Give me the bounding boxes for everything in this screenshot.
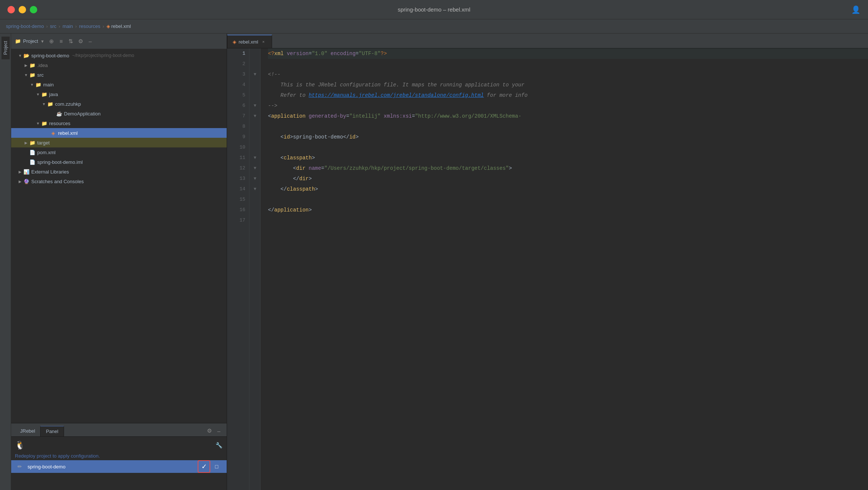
line-num-12: 12 xyxy=(227,163,245,174)
folder-idea-icon: 📁 xyxy=(29,62,36,69)
editor-tabs: ◈ rebel.xml × xyxy=(227,34,868,48)
minimize-button[interactable] xyxy=(19,6,26,13)
folder-com-icon: 📁 xyxy=(47,101,54,107)
main-layout: Project 📁 Project ▼ ⊕ ≡ ⇅ ⚙ – ▼ xyxy=(0,34,868,490)
breadcrumb-project[interactable]: spring-boot-demo xyxy=(6,23,44,29)
fold-13-icon[interactable]: ▼ xyxy=(253,174,256,184)
breadcrumb-resources[interactable]: resources xyxy=(79,23,100,29)
app-gen-val: "intellij" xyxy=(349,111,380,121)
dropdown-arrow-icon[interactable]: ▼ xyxy=(40,39,44,44)
expand-arrow-res-icon[interactable]: ▼ xyxy=(35,120,41,126)
side-tab-strip: Project xyxy=(0,34,11,490)
gutter-16 xyxy=(249,205,261,215)
project-toolbar-actions: ⊕ ≡ ⇅ ⚙ – xyxy=(47,37,94,45)
tree-label-pom-xml: pom.xml xyxy=(37,150,55,155)
tree-item-ext-libraries[interactable]: ▶ 📊 External Libraries xyxy=(11,167,227,176)
expand-arrow-ext-icon[interactable]: ▶ xyxy=(17,169,23,175)
project-icon: 📂 xyxy=(23,52,30,59)
user-icon[interactable]: 👤 xyxy=(851,5,861,14)
jrebel-panel: JRebel Panel ⚙ – 🐧 🔧 Redeploy project to… xyxy=(11,423,227,490)
tree-item-target[interactable]: ▶ 📁 target xyxy=(11,138,227,147)
expand-arrow-idea-icon[interactable]: ▶ xyxy=(23,62,29,68)
app-tag: application xyxy=(271,111,305,121)
code-line-4: This is the JRebel configuration file. I… xyxy=(268,80,868,90)
jrebel-check-button[interactable]: ✓ xyxy=(198,460,210,473)
tree-item-com-zzuhkp[interactable]: ▼ 📁 com.zzuhkp xyxy=(11,99,227,109)
jrebel-tabs-left: JRebel Panel xyxy=(15,426,64,436)
xml-pi-enc-val: "UTF-8" xyxy=(359,48,381,59)
breadcrumb-src[interactable]: src xyxy=(50,23,56,29)
settings-icon[interactable]: ⚙ xyxy=(76,37,84,45)
xml-pi-tag: xml xyxy=(274,48,284,59)
code-line-11: <classpath> xyxy=(268,153,868,163)
expand-arrow-icon[interactable]: ▼ xyxy=(17,52,23,58)
tab-panel[interactable]: Panel xyxy=(40,426,64,436)
classpath-close-pad: </ xyxy=(268,184,287,194)
gutter-6: ▼ xyxy=(249,101,261,111)
tree-item-rebel-xml[interactable]: ▶ ◈ rebel.xml xyxy=(11,128,227,138)
fold-7-icon[interactable]: ▼ xyxy=(253,111,256,121)
tab-label-rebel-xml: rebel.xml xyxy=(239,39,258,45)
expand-arrow-java-icon[interactable]: ▼ xyxy=(35,91,41,97)
dir-close: > xyxy=(509,163,512,174)
collapse-all-icon[interactable]: ≡ xyxy=(57,37,65,45)
expand-arrow-com-icon[interactable]: ▼ xyxy=(41,101,47,107)
tree-item-iml[interactable]: ▶ 📄 spring-boot-demo.iml xyxy=(11,157,227,167)
fold-14-icon[interactable]: ▼ xyxy=(253,184,256,194)
tree-item-demo-application[interactable]: ▶ ☕ DemoApplication xyxy=(11,109,227,118)
comment-link[interactable]: https://manuals.jrebel.com/jrebel/standa… xyxy=(309,90,484,101)
fold-11-icon[interactable]: ▼ xyxy=(253,153,256,163)
breadcrumb-file: rebel.xml xyxy=(111,23,131,29)
xml-pi-enc-attr: encoding xyxy=(328,48,356,59)
breadcrumb-file-xml-icon: ◈ xyxy=(106,23,110,29)
expand-arrow-target-icon[interactable]: ▶ xyxy=(23,140,29,146)
dir-name-val: "/Users/zzuhkp/hkp/project/spring-boot-d… xyxy=(324,163,509,174)
tree-item-java[interactable]: ▼ 📁 java xyxy=(11,89,227,99)
tree-item-resources[interactable]: ▼ 📁 resources xyxy=(11,118,227,128)
code-editor[interactable]: 1 2 3 4 5 6 7 8 9 10 11 12 13 14 15 16 1… xyxy=(227,48,868,490)
hide-icon[interactable]: – xyxy=(86,37,94,45)
fold-6-icon[interactable]: ▼ xyxy=(253,101,256,111)
expand-arrow-src-icon[interactable]: ▼ xyxy=(23,72,29,78)
jrebel-icon: 🐧 xyxy=(15,440,25,450)
comment-open: <!-- xyxy=(268,69,281,80)
comment-line4: This is the JRebel configuration file. I… xyxy=(268,80,524,90)
tree-item-scratches[interactable]: ▶ 🔮 Scratches and Consoles xyxy=(11,176,227,186)
breadcrumb-main[interactable]: main xyxy=(63,23,73,29)
expand-arrow-scratches-icon[interactable]: ▶ xyxy=(17,178,23,184)
sort-icon[interactable]: ⇅ xyxy=(67,37,75,45)
jrebel-wrench-icon[interactable]: 🔧 xyxy=(215,441,223,449)
id-tag-close: id xyxy=(349,132,355,142)
tab-jrebel[interactable]: JRebel xyxy=(15,426,40,436)
jrebel-hide-icon[interactable]: – xyxy=(215,427,223,435)
tree-item-src[interactable]: ▼ 📁 src xyxy=(11,70,227,80)
code-content[interactable]: <?xml version="1.0" encoding="UTF-8"?> <… xyxy=(261,48,868,490)
jrebel-row-label: spring-boot-demo xyxy=(28,464,195,470)
line-num-3: 3 xyxy=(227,69,245,80)
window-controls[interactable] xyxy=(7,6,37,13)
jrebel-settings-icon[interactable]: ⚙ xyxy=(205,427,213,435)
gutter: ▼ ▼ ▼ ▼ ▼ ▼ xyxy=(249,48,261,490)
tree-item-idea[interactable]: ▶ 📁 .idea xyxy=(11,60,227,70)
fold-3-icon[interactable]: ▼ xyxy=(253,69,256,80)
tree-label-resources: resources xyxy=(49,121,70,126)
jrebel-edit-button[interactable]: ✏ xyxy=(15,462,25,471)
tree-item-spring-boot-demo[interactable]: ▼ 📂 spring-boot-demo ~/hkp/project/sprin… xyxy=(11,51,227,60)
tree-item-pom-xml[interactable]: ▶ 📄 pom.xml xyxy=(11,147,227,157)
fold-12-icon[interactable]: ▼ xyxy=(253,163,256,174)
tab-close-rebel-xml[interactable]: × xyxy=(261,39,267,45)
project-toolbar: 📁 Project ▼ ⊕ ≡ ⇅ ⚙ – xyxy=(11,34,227,49)
expand-arrow-main-icon[interactable]: ▼ xyxy=(29,82,35,88)
maximize-button[interactable] xyxy=(30,6,37,13)
close-button[interactable] xyxy=(7,6,15,13)
editor-tab-rebel-xml[interactable]: ◈ rebel.xml × xyxy=(227,35,272,48)
sidebar-item-project[interactable]: Project xyxy=(1,36,10,59)
tree-item-main[interactable]: ▼ 📁 main xyxy=(11,80,227,89)
line-num-14: 14 xyxy=(227,184,245,194)
comment-close: --> xyxy=(268,101,277,111)
code-line-8 xyxy=(268,121,868,132)
file-tree[interactable]: ▼ 📂 spring-boot-demo ~/hkp/project/sprin… xyxy=(11,49,227,423)
app-xmlns-attr: xmlns:xsi xyxy=(380,111,412,121)
jrebel-square-button[interactable]: □ xyxy=(210,460,223,473)
locate-icon[interactable]: ⊕ xyxy=(47,37,55,45)
